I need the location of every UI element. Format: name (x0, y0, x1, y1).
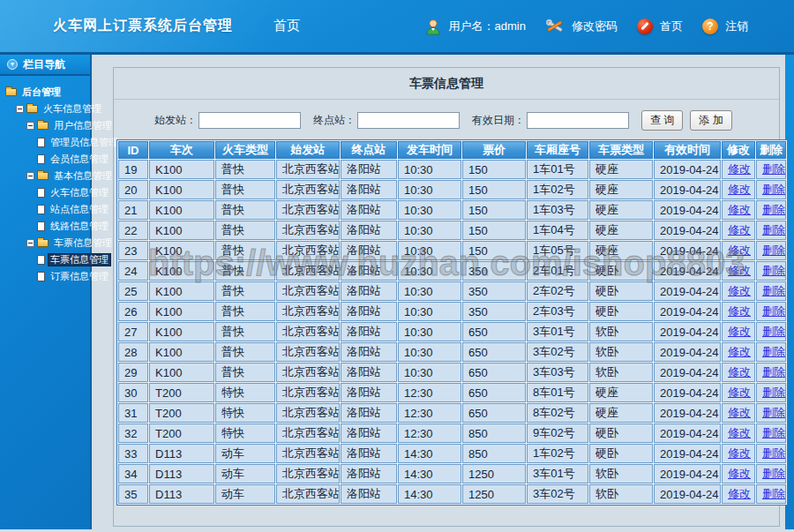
table-cell: 1车04号 (527, 221, 588, 240)
header-nav-home[interactable]: 首页 (273, 18, 300, 34)
start-station-input[interactable] (198, 112, 301, 129)
tree-collapse-icon[interactable] (26, 122, 34, 130)
sidebar-item-站点信息管理[interactable]: 站点信息管理 (4, 204, 88, 215)
edit-link[interactable]: 修改 (728, 162, 751, 176)
table-cell: 硬卧 (589, 302, 653, 321)
sidebar-item-用户信息管理[interactable]: 用户信息管理 (4, 120, 88, 131)
table-cell: 2019-04-24 (654, 261, 721, 281)
table-cell: K100 (149, 180, 214, 199)
delete-link[interactable]: 删除 (762, 345, 785, 358)
sidebar-item-后台管理[interactable]: 后台管理 (4, 86, 88, 98)
table-cell: 特快 (215, 403, 275, 423)
table-row: 26K100普快北京西客站洛阳站10:303502车03号硬卧2019-04-2… (118, 302, 786, 321)
table-cell: 350 (462, 302, 526, 321)
delete-link[interactable]: 删除 (762, 365, 785, 378)
sidebar-item-管理员信息管理[interactable]: 管理员信息管理 (4, 137, 88, 148)
table-cell: 普快 (215, 363, 275, 382)
tree-item-label: 后台管理 (20, 86, 63, 98)
home-link[interactable]: 首页 (660, 19, 683, 34)
sidebar-nav-header[interactable]: 栏目导航 (0, 55, 90, 76)
edit-link[interactable]: 修改 (728, 264, 751, 277)
table-cell: 洛阳站 (341, 342, 397, 362)
query-button[interactable]: 查 询 (641, 110, 683, 131)
edit-link[interactable]: 修改 (728, 345, 751, 358)
edit-link[interactable]: 修改 (728, 183, 751, 196)
table-cell: 洛阳站 (341, 363, 397, 382)
sidebar-item-基本信息管理[interactable]: 基本信息管理 (4, 170, 88, 182)
collapse-arrow-icon (7, 59, 18, 70)
edit-link[interactable]: 修改 (728, 467, 751, 480)
tree-collapse-icon[interactable] (26, 239, 34, 247)
sidebar-item-会员信息管理[interactable]: 会员信息管理 (4, 154, 88, 165)
table-cell: 10:30 (398, 180, 461, 199)
delete-link[interactable]: 删除 (762, 284, 785, 297)
edit-link[interactable]: 修改 (728, 406, 751, 419)
edit-link[interactable]: 修改 (728, 223, 751, 236)
table-cell: 硬座 (589, 403, 653, 423)
table-cell: 普快 (215, 180, 275, 199)
edit-link[interactable]: 修改 (728, 304, 751, 318)
table-row: 21K100普快北京西客站洛阳站10:301501车03号硬座2019-04-2… (118, 200, 786, 220)
delete-link[interactable]: 删除 (762, 426, 785, 439)
delete-link[interactable]: 删除 (762, 244, 785, 257)
edit-link[interactable]: 修改 (728, 203, 751, 216)
delete-link[interactable]: 删除 (762, 203, 785, 216)
table-row: 31T200特快北京西客站洛阳站12:306508车02号硬座2019-04-2… (118, 403, 786, 423)
delete-link[interactable]: 删除 (762, 183, 785, 196)
delete-link[interactable]: 删除 (762, 386, 785, 399)
table-cell: 2车03号 (527, 302, 588, 321)
delete-link[interactable]: 删除 (762, 446, 785, 460)
edit-link[interactable]: 修改 (728, 426, 751, 439)
sidebar-item-车票信息管理[interactable]: 车票信息管理 (4, 254, 88, 266)
delete-link[interactable]: 删除 (762, 264, 785, 277)
table-cell: 硬卧 (589, 281, 653, 301)
table-cell: 850 (462, 423, 526, 443)
valid-date-input[interactable] (527, 112, 629, 129)
edit-link[interactable]: 修改 (728, 365, 751, 378)
table-cell: 19 (118, 160, 148, 179)
column-header: 车厢座号 (527, 141, 588, 159)
table-cell: 北京西客站 (276, 383, 340, 402)
username-label: 用户名：admin (449, 19, 526, 34)
table-cell: 北京西客站 (276, 342, 340, 362)
edit-link[interactable]: 修改 (728, 446, 751, 460)
table-cell: 北京西客站 (276, 261, 340, 281)
delete-link[interactable]: 删除 (762, 487, 785, 500)
delete-link[interactable]: 删除 (762, 325, 785, 338)
sidebar-item-订票信息管理[interactable]: 订票信息管理 (4, 271, 88, 282)
change-password-link[interactable]: 修改密码 (572, 19, 618, 34)
add-button[interactable]: 添 加 (690, 110, 731, 131)
tree-collapse-icon[interactable] (26, 172, 34, 180)
edit-link[interactable]: 修改 (728, 284, 751, 297)
tree-collapse-icon[interactable] (16, 105, 24, 113)
edit-link[interactable]: 修改 (728, 325, 751, 338)
table-cell: 硬座 (589, 200, 653, 220)
delete-link[interactable]: 删除 (762, 223, 785, 236)
table-cell: 删除 (756, 281, 786, 301)
sidebar-item-火车信息管理[interactable]: 火车信息管理 (4, 187, 88, 199)
table-cell: 25 (118, 281, 148, 301)
table-cell: 动车 (215, 444, 275, 463)
table-cell: 650 (462, 383, 526, 402)
sidebar-item-线路信息管理[interactable]: 线路信息管理 (4, 221, 88, 232)
sidebar-item-车票信息管理[interactable]: 车票信息管理 (4, 237, 88, 249)
delete-link[interactable]: 删除 (762, 467, 785, 480)
table-cell: 1车03号 (527, 200, 588, 220)
table-cell: K100 (149, 342, 214, 362)
table-cell: 3车01号 (527, 322, 588, 341)
table-cell: 14:30 (398, 484, 461, 504)
table-cell: 北京西客站 (276, 200, 340, 220)
delete-link[interactable]: 删除 (762, 304, 785, 318)
sidebar-item-火车信息管理[interactable]: 火车信息管理 (4, 103, 88, 115)
end-station-input[interactable] (357, 112, 460, 129)
table-cell: 2019-04-24 (654, 383, 721, 402)
table-cell: T200 (149, 383, 214, 402)
logout-link[interactable]: 注销 (725, 19, 748, 34)
edit-link[interactable]: 修改 (728, 487, 751, 500)
table-cell: 洛阳站 (341, 200, 397, 220)
edit-link[interactable]: 修改 (728, 386, 751, 399)
table-cell: 2019-04-24 (654, 221, 721, 240)
delete-link[interactable]: 删除 (762, 162, 785, 176)
delete-link[interactable]: 删除 (762, 406, 785, 419)
edit-link[interactable]: 修改 (728, 244, 751, 257)
